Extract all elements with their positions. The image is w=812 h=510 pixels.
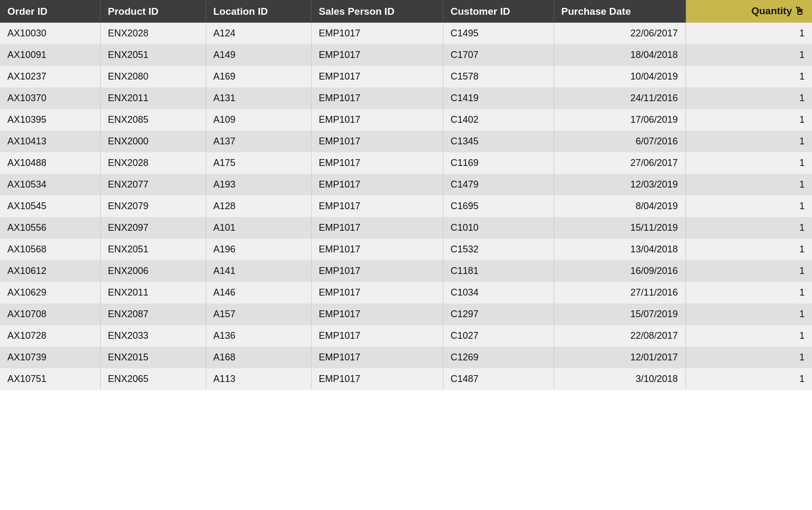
- cell-purchase-date: 16/09/2016: [554, 260, 685, 282]
- cell-quantity: 1: [685, 109, 812, 131]
- cell-product-id: ENX2077: [100, 174, 206, 195]
- cell-purchase-date: 12/01/2017: [554, 347, 685, 368]
- cell-quantity: 1: [685, 325, 812, 347]
- cell-product-id: ENX2079: [100, 195, 206, 217]
- table-row: AX10370ENX2011A131EMP1017C141924/11/2016…: [0, 87, 812, 109]
- cell-sales-person-id: EMP1017: [311, 195, 443, 217]
- cell-product-id: ENX2051: [100, 239, 206, 260]
- col-header-customer-id[interactable]: Customer ID: [443, 0, 554, 23]
- table-row: AX10413ENX2000A137EMP1017C13456/07/20161: [0, 131, 812, 152]
- col-header-location-id[interactable]: Location ID: [206, 0, 311, 23]
- cell-location-id: A101: [206, 217, 311, 239]
- quantity-label: Quantity: [751, 5, 792, 16]
- cell-purchase-date: 15/07/2019: [554, 303, 685, 325]
- cell-sales-person-id: EMP1017: [311, 66, 443, 87]
- cell-quantity: 1: [685, 217, 812, 239]
- table-row: AX10629ENX2011A146EMP1017C103427/11/2016…: [0, 282, 812, 303]
- cell-product-id: ENX2085: [100, 109, 206, 131]
- col-header-purchase-date[interactable]: Purchase Date: [554, 0, 685, 23]
- cell-quantity: 1: [685, 260, 812, 282]
- cell-quantity: 1: [685, 368, 812, 390]
- cell-order-id: AX10395: [0, 109, 100, 131]
- cell-location-id: A196: [206, 239, 311, 260]
- cell-order-id: AX10708: [0, 303, 100, 325]
- cell-location-id: A124: [206, 23, 311, 44]
- cell-product-id: ENX2087: [100, 303, 206, 325]
- cell-quantity: 1: [685, 152, 812, 174]
- cell-purchase-date: 6/07/2016: [554, 131, 685, 152]
- cell-location-id: A193: [206, 174, 311, 195]
- cell-purchase-date: 10/04/2019: [554, 66, 685, 87]
- cell-quantity: 1: [685, 131, 812, 152]
- col-header-order-id[interactable]: Order ID: [0, 0, 100, 23]
- cell-order-id: AX10545: [0, 195, 100, 217]
- table-header-row: Order ID Product ID Location ID Sales Pe…: [0, 0, 812, 23]
- cell-quantity: 1: [685, 282, 812, 303]
- cell-location-id: A175: [206, 152, 311, 174]
- cell-customer-id: C1181: [443, 260, 554, 282]
- cell-order-id: AX10629: [0, 282, 100, 303]
- cell-location-id: A157: [206, 303, 311, 325]
- cell-order-id: AX10370: [0, 87, 100, 109]
- cell-sales-person-id: EMP1017: [311, 44, 443, 66]
- cell-purchase-date: 12/03/2019: [554, 174, 685, 195]
- cell-customer-id: C1169: [443, 152, 554, 174]
- col-header-sales-person-id[interactable]: Sales Person ID: [311, 0, 443, 23]
- col-header-product-id[interactable]: Product ID: [100, 0, 206, 23]
- cell-product-id: ENX2011: [100, 282, 206, 303]
- cell-sales-person-id: EMP1017: [311, 131, 443, 152]
- cell-purchase-date: 27/06/2017: [554, 152, 685, 174]
- cursor-icon: 🖱: [794, 5, 805, 17]
- cell-customer-id: C1345: [443, 131, 554, 152]
- cell-purchase-date: 13/04/2018: [554, 239, 685, 260]
- table-row: AX10237ENX2080A169EMP1017C157810/04/2019…: [0, 66, 812, 87]
- cell-purchase-date: 22/06/2017: [554, 23, 685, 44]
- cell-location-id: A109: [206, 109, 311, 131]
- cell-sales-person-id: EMP1017: [311, 152, 443, 174]
- cell-customer-id: C1487: [443, 368, 554, 390]
- cell-customer-id: C1402: [443, 109, 554, 131]
- cell-purchase-date: 27/11/2016: [554, 282, 685, 303]
- cell-order-id: AX10413: [0, 131, 100, 152]
- cell-sales-person-id: EMP1017: [311, 87, 443, 109]
- cell-order-id: AX10030: [0, 23, 100, 44]
- cell-location-id: A137: [206, 131, 311, 152]
- cell-quantity: 1: [685, 347, 812, 368]
- cell-sales-person-id: EMP1017: [311, 325, 443, 347]
- cell-customer-id: C1495: [443, 23, 554, 44]
- cell-product-id: ENX2015: [100, 347, 206, 368]
- cell-customer-id: C1532: [443, 239, 554, 260]
- cell-quantity: 1: [685, 87, 812, 109]
- cell-customer-id: C1297: [443, 303, 554, 325]
- table-row: AX10708ENX2087A157EMP1017C129715/07/2019…: [0, 303, 812, 325]
- cell-order-id: AX10091: [0, 44, 100, 66]
- table-body: AX10030ENX2028A124EMP1017C149522/06/2017…: [0, 23, 812, 390]
- cell-customer-id: C1479: [443, 174, 554, 195]
- cell-product-id: ENX2011: [100, 87, 206, 109]
- data-table: Order ID Product ID Location ID Sales Pe…: [0, 0, 812, 390]
- cell-product-id: ENX2097: [100, 217, 206, 239]
- cell-product-id: ENX2000: [100, 131, 206, 152]
- cell-order-id: AX10568: [0, 239, 100, 260]
- cell-sales-person-id: EMP1017: [311, 174, 443, 195]
- cell-sales-person-id: EMP1017: [311, 282, 443, 303]
- cell-quantity: 1: [685, 66, 812, 87]
- table-row: AX10612ENX2006A141EMP1017C118116/09/2016…: [0, 260, 812, 282]
- col-header-quantity[interactable]: Quantity🖱: [685, 0, 812, 23]
- table-row: AX10545ENX2079A128EMP1017C16958/04/20191: [0, 195, 812, 217]
- table-row: AX10395ENX2085A109EMP1017C140217/06/2019…: [0, 109, 812, 131]
- cell-order-id: AX10534: [0, 174, 100, 195]
- cell-sales-person-id: EMP1017: [311, 109, 443, 131]
- table-row: AX10568ENX2051A196EMP1017C153213/04/2018…: [0, 239, 812, 260]
- table-row: AX10488ENX2028A175EMP1017C116927/06/2017…: [0, 152, 812, 174]
- cell-location-id: A136: [206, 325, 311, 347]
- cell-order-id: AX10488: [0, 152, 100, 174]
- cell-quantity: 1: [685, 174, 812, 195]
- cell-order-id: AX10739: [0, 347, 100, 368]
- cell-sales-person-id: EMP1017: [311, 347, 443, 368]
- cell-customer-id: C1707: [443, 44, 554, 66]
- cell-customer-id: C1010: [443, 217, 554, 239]
- table-row: AX10556ENX2097A101EMP1017C101015/11/2019…: [0, 217, 812, 239]
- cell-customer-id: C1578: [443, 66, 554, 87]
- cell-location-id: A169: [206, 66, 311, 87]
